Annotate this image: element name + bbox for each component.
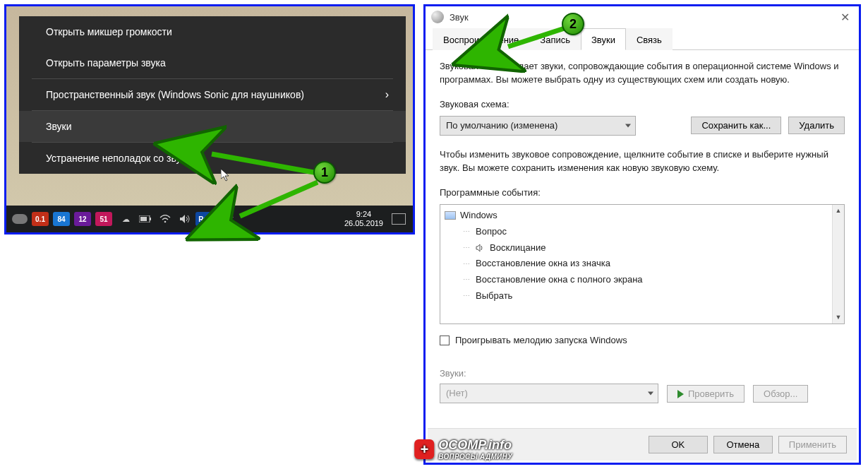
eye-icon[interactable] (12, 214, 28, 224)
cloud-icon[interactable]: ☁ (119, 214, 132, 224)
delete-button[interactable]: Удалить (788, 117, 845, 134)
windows-group-icon (445, 211, 456, 220)
taskbar: 0.1 84 12 51 ☁ Ru РУС 9:24 26.05.2019 (6, 206, 413, 232)
volume-icon[interactable] (179, 214, 191, 224)
sound-combo: (Нет) (440, 384, 658, 404)
tab-playback[interactable]: Воспроизведение (433, 28, 529, 50)
tab-recording[interactable]: Запись (529, 28, 581, 50)
sounds-label: Звуки: (440, 367, 845, 381)
svg-rect-2 (140, 217, 147, 221)
tray-context-menu: Открыть микшер громкости Открыть парамет… (19, 16, 406, 174)
event-item[interactable]: ⋯ Выбрать (445, 288, 831, 304)
dot-icon: ⋯ (463, 243, 470, 254)
scroll-up-icon[interactable]: ▲ (833, 205, 844, 217)
tab-communications[interactable]: Связь (626, 28, 673, 50)
taskbar-badge[interactable]: 0.1 (32, 212, 49, 226)
save-as-button[interactable]: Сохранить как... (691, 117, 781, 134)
menu-open-mixer[interactable]: Открыть микшер громкости (19, 16, 406, 47)
cancel-button[interactable]: Отмена (713, 436, 773, 453)
play-startup-checkbox[interactable] (440, 336, 450, 345)
lang-label[interactable]: РУС (218, 215, 234, 223)
svg-point-3 (164, 221, 167, 223)
scheme-description: Звуковая схема задает звуки, сопровождаю… (440, 60, 845, 87)
watermark-icon: + (414, 439, 434, 459)
apply-button: Применить (778, 436, 847, 453)
scroll-down-icon[interactable]: ▼ (833, 311, 844, 323)
change-hint: Чтобы изменить звуковое сопровождение, щ… (440, 148, 845, 175)
events-root[interactable]: Windows (445, 208, 831, 224)
taskbar-badge[interactable]: 84 (53, 212, 70, 226)
wifi-icon[interactable] (159, 214, 171, 224)
dialog-titlebar[interactable]: Звук ✕ (426, 6, 859, 28)
tab-sounds[interactable]: Звуки (581, 28, 626, 50)
browse-button: Обзор... (753, 385, 808, 403)
play-startup-label: Проигрывать мелодию запуска Windows (455, 334, 627, 348)
menu-spatial-sound[interactable]: Пространственный звук (Windows Sonic для… (19, 79, 406, 110)
battery-icon[interactable] (139, 214, 152, 224)
dialog-tabs: Воспроизведение Запись Звуки Связь (426, 28, 859, 50)
menu-troubleshoot[interactable]: Устранение неполадок со звуком (19, 143, 406, 174)
ok-button[interactable]: OK (649, 436, 708, 453)
events-scrollbar[interactable]: ▲ ▼ (832, 205, 844, 323)
taskbar-badge[interactable]: 12 (74, 212, 91, 226)
menu-spatial-sound-label: Пространственный звук (Windows Sonic для… (46, 89, 304, 100)
event-item[interactable]: ⋯ Восклицание (445, 240, 831, 256)
speaker-icon (476, 244, 484, 252)
events-label: Программные события: (440, 186, 845, 200)
taskbar-clock[interactable]: 9:24 26.05.2019 (344, 210, 383, 228)
scheme-combo[interactable]: По умолчанию (изменена) (440, 116, 636, 136)
lang-icon[interactable]: Ru (195, 212, 211, 226)
scheme-label: Звуковая схема: (440, 98, 845, 112)
menu-open-sound-settings[interactable]: Открыть параметры звука (19, 47, 406, 78)
event-item[interactable]: ⋯ Вопрос (445, 224, 831, 240)
dot-icon: ⋯ (463, 291, 470, 302)
sound-dialog: Звук ✕ Воспроизведение Запись Звуки Связ… (423, 4, 861, 465)
watermark: + OCOMP.info ВОПРОСЫ АДМИНУ (414, 438, 512, 461)
taskbar-badge[interactable]: 51 (95, 212, 112, 226)
notifications-icon[interactable] (392, 213, 406, 225)
dot-icon: ⋯ (463, 275, 470, 285)
dot-icon: ⋯ (463, 259, 470, 270)
event-item[interactable]: ⋯ Восстановление окна с полного экрана (445, 272, 831, 288)
test-button: Проверить (667, 385, 745, 403)
dialog-title: Звук (450, 12, 833, 23)
dialog-body: Звуковая схема задает звуки, сопровождаю… (426, 50, 859, 403)
event-item[interactable]: ⋯ Восстановление окна из значка (445, 256, 831, 272)
svg-rect-1 (150, 218, 151, 220)
chevron-right-icon: › (385, 88, 389, 101)
sound-title-icon (431, 11, 444, 23)
menu-sounds[interactable]: Звуки (19, 111, 406, 142)
play-icon (677, 390, 684, 398)
left-panel: Открыть микшер громкости Открыть парамет… (4, 4, 415, 234)
close-button[interactable]: ✕ (833, 11, 856, 24)
dot-icon: ⋯ (463, 227, 470, 237)
events-listbox[interactable]: Windows ⋯ Вопрос ⋯ Восклицание ⋯ Восстан… (440, 204, 845, 324)
